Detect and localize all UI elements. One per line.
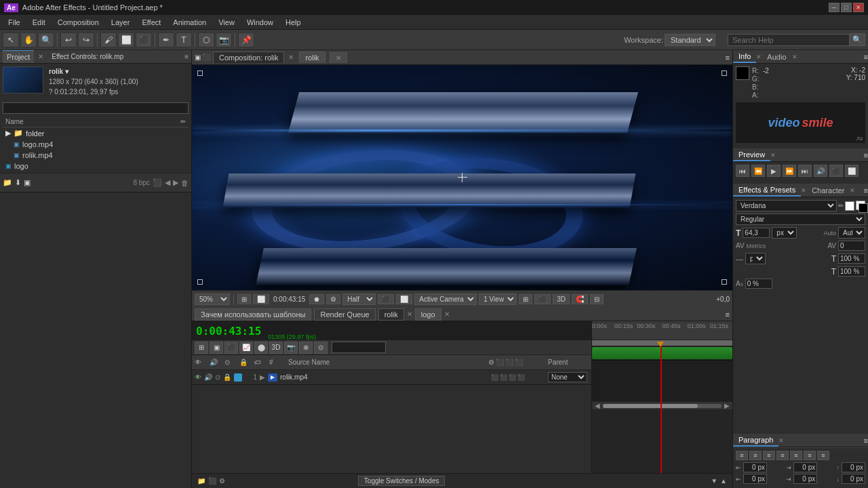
toggle-switches-btn[interactable]: Toggle Switches / Modes xyxy=(358,476,446,486)
view-options-btn[interactable]: ⬛ xyxy=(534,294,551,304)
tool-select[interactable]: ↖ xyxy=(3,33,19,47)
quality-selector[interactable]: Half Full Third xyxy=(342,293,376,305)
scroll-track[interactable] xyxy=(603,404,722,408)
justify-center-btn[interactable]: ≡ xyxy=(790,451,802,460)
audio-tab-close[interactable]: ✕ xyxy=(792,54,797,60)
render-btn[interactable]: ⬜ xyxy=(396,294,412,304)
zoom-selector[interactable]: 50% 100% 25% xyxy=(195,293,230,305)
indent-left-input[interactable] xyxy=(743,462,767,472)
char-tab-close[interactable]: ✕ xyxy=(850,187,855,194)
panel-menu-btn[interactable]: ≡ xyxy=(184,53,189,60)
preview-fullscreen-btn[interactable]: ⬜ xyxy=(845,165,859,177)
menu-layer[interactable]: Layer xyxy=(106,17,136,28)
new-folder-icon[interactable]: 📁 xyxy=(3,178,12,187)
comp-panel-menu[interactable]: ≡ xyxy=(726,54,730,62)
zoom-fit-btn[interactable]: ⬜ xyxy=(253,294,269,304)
tl-icon1[interactable]: 📁 xyxy=(197,477,205,485)
menu-file[interactable]: File xyxy=(3,17,26,28)
camera-selector[interactable]: Active Camera xyxy=(414,293,477,305)
tl-camera-btn[interactable]: 📷 xyxy=(284,342,298,354)
tl-tab-zachem[interactable]: Зачем использовать шаблоны xyxy=(195,308,311,321)
tl-select-all-btn[interactable]: ⊞ xyxy=(195,342,208,354)
preview-first-btn[interactable]: ⏮ xyxy=(736,165,749,177)
baseline-input[interactable] xyxy=(745,279,772,289)
next-nav-icon[interactable]: ▶ xyxy=(173,178,178,187)
close-button[interactable]: ✕ xyxy=(853,3,864,12)
tl-tab-render[interactable]: Render Queue xyxy=(314,308,375,321)
layer-row-1[interactable]: 👁 🔊 ⊙ 🔒 1 ▶ ▶ rolik.mp4 ⬛⬛⬛⬛ xyxy=(192,370,591,385)
tool-zoom[interactable]: 🔍 xyxy=(38,33,54,47)
tl-menu-btn[interactable]: ≡ xyxy=(726,310,730,319)
indent-right-input[interactable] xyxy=(793,462,817,472)
tl-adjust-btn[interactable]: ⊙ xyxy=(314,342,328,354)
para-panel-menu[interactable]: ≡ xyxy=(864,436,868,445)
tree-item-logo-comp[interactable]: ▣ logo xyxy=(3,161,189,170)
auto-kern-selector[interactable]: Auto xyxy=(838,227,865,239)
tl-mask-btn[interactable]: ⬤ xyxy=(254,342,268,354)
font-pencil-icon[interactable]: ✏ xyxy=(838,202,844,209)
grid-btn[interactable]: ⊞ xyxy=(237,294,251,304)
tree-item-logo-mp4[interactable]: ▣ logo.mp4 xyxy=(3,139,189,150)
view-layout-btn[interactable]: ⊞ xyxy=(519,294,532,304)
align-right-btn[interactable]: ≡ xyxy=(763,451,775,460)
search-help-input[interactable] xyxy=(728,34,850,46)
comp-tab-main[interactable]: Composition: rolik xyxy=(213,52,284,63)
comp-tab-close2[interactable]: ✕ xyxy=(330,52,347,63)
menu-edit[interactable]: Edit xyxy=(27,17,51,28)
preview-next-btn[interactable]: ⏩ xyxy=(783,165,796,177)
panel-close-dot[interactable]: ✕ xyxy=(37,53,45,60)
tl-tab-logo-close[interactable]: ✕ xyxy=(444,310,450,318)
layer-solo-icon[interactable]: ⊙ xyxy=(215,373,220,381)
align-center-btn[interactable]: ≡ xyxy=(749,451,762,460)
preview-play-btn[interactable]: ▶ xyxy=(767,165,781,177)
ep-panel-menu[interactable]: ≡ xyxy=(864,186,868,195)
tl-icon2[interactable]: ⬛ xyxy=(208,477,216,485)
parent-select[interactable]: None xyxy=(548,372,587,382)
preview-loop-btn[interactable]: ⬛ xyxy=(829,165,843,177)
info-panel-menu[interactable]: ≡ xyxy=(864,53,868,61)
indent-right2-input[interactable] xyxy=(793,474,817,484)
scroll-right-btn[interactable]: ▶ xyxy=(724,402,730,409)
project-tab[interactable]: Project xyxy=(3,50,34,63)
comp-settings-btn[interactable]: ⚙ xyxy=(326,294,340,304)
tool-stamp[interactable]: ⬜ xyxy=(118,33,134,47)
preview-panel-menu[interactable]: ≡ xyxy=(864,151,868,159)
info-tab[interactable]: Info xyxy=(733,51,756,63)
3d-btn[interactable]: 3D xyxy=(553,294,570,304)
workspace-selector[interactable]: Standard xyxy=(665,34,715,46)
prev-nav-icon[interactable]: ◀ xyxy=(165,178,170,187)
comp-tab-rolik[interactable]: rolik xyxy=(299,52,325,63)
tl-icon3[interactable]: ⚙ xyxy=(219,477,225,485)
project-search-input[interactable] xyxy=(3,102,189,114)
effect-controls-tab[interactable]: Effect Controls: rolik.mp xyxy=(47,50,127,63)
font-size-input[interactable] xyxy=(743,228,770,238)
preview-audio-btn[interactable]: 🔊 xyxy=(814,165,827,177)
tl-search-input[interactable] xyxy=(332,342,386,353)
trash-icon[interactable]: 🗑 xyxy=(181,179,189,187)
indent-first-input[interactable] xyxy=(743,474,767,484)
scroll-left-btn[interactable]: ◀ xyxy=(595,402,600,409)
snap-btn[interactable]: 🧲 xyxy=(572,294,588,304)
layer-audio-icon[interactable]: 🔊 xyxy=(204,373,212,381)
tool-text[interactable]: T xyxy=(176,33,192,47)
tl-playhead[interactable] xyxy=(660,346,662,473)
unit-selector[interactable]: px xyxy=(745,253,766,264)
menu-composition[interactable]: Composition xyxy=(52,17,104,28)
info-tab-close[interactable]: ✕ xyxy=(756,54,762,60)
menu-animation[interactable]: Animation xyxy=(167,17,212,28)
tl-clip-1[interactable] xyxy=(592,347,732,359)
tl-tab-rolik[interactable]: rolik xyxy=(378,308,404,321)
font-name-selector[interactable]: Verdana xyxy=(736,200,837,211)
tool-pen[interactable]: ✒ xyxy=(158,33,174,47)
layer-eye-icon[interactable]: 👁 xyxy=(195,373,201,381)
color-settings-icon[interactable]: ⬛ xyxy=(153,178,162,187)
scroll-down-btn[interactable]: ▼ xyxy=(711,477,717,485)
tool-brush[interactable]: 🖌 xyxy=(100,33,117,47)
justify-left-btn[interactable]: ≡ xyxy=(776,451,789,460)
preview-prev-btn[interactable]: ⏪ xyxy=(751,165,765,177)
tl-tab-rolik-close[interactable]: ✕ xyxy=(407,310,412,318)
preview-last-btn[interactable]: ⏭ xyxy=(798,165,812,177)
space-after-input[interactable] xyxy=(842,474,865,484)
tool-shape[interactable]: ⬡ xyxy=(198,33,214,47)
font-fill-color[interactable] xyxy=(845,201,854,211)
